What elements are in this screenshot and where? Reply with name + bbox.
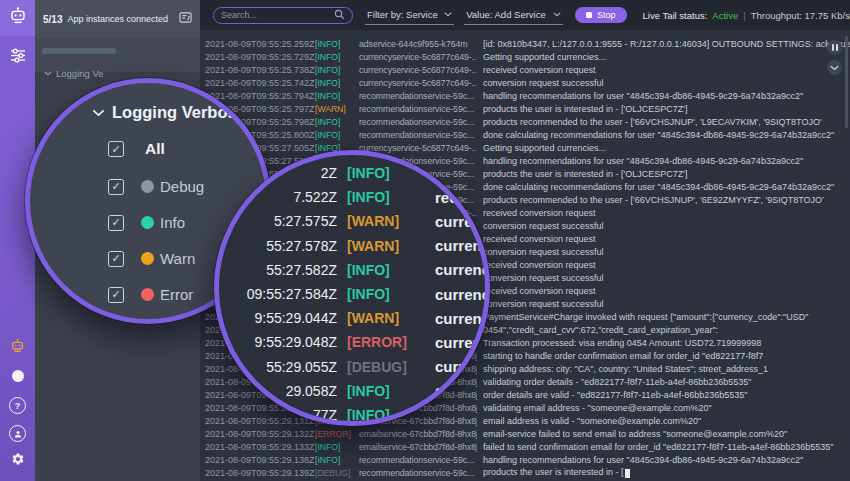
log-timestamp: 2021-08-09T09:55:29.131Z [205, 416, 315, 426]
magnified-service: currencyserv [435, 261, 490, 278]
chevron-down-icon [444, 12, 452, 17]
level-dot-icon [141, 180, 154, 193]
verbosity-item-info: ✓Info [108, 214, 185, 231]
scroll-to-bottom-button[interactable] [827, 60, 842, 75]
pause-icon [832, 44, 838, 51]
filter-by-dropdown[interactable]: Filter by: Service [365, 6, 454, 25]
live-tail-log-viewer: ? 5/13 App instances connected [0, 0, 850, 481]
orange-robot-icon [9, 338, 26, 359]
sidebar-item-logs[interactable] [0, 0, 35, 36]
checkbox[interactable]: ✓ [108, 215, 124, 231]
chevron-down-icon [830, 65, 839, 71]
checkbox[interactable]: ✓ [108, 251, 124, 267]
stop-square-icon [586, 12, 592, 18]
log-message: conversion request successful [477, 273, 850, 283]
sidebar-item-status[interactable] [0, 370, 35, 382]
gear-icon [11, 452, 25, 470]
checkbox[interactable]: ✓ [108, 141, 124, 157]
log-message: received conversion request [477, 208, 850, 218]
magnified-timestamp: 09:55:27.584Z [219, 286, 337, 302]
log-message: failed to send confirmation email for or… [477, 442, 850, 452]
instances-subtext [42, 48, 116, 54]
chevron-down-icon [44, 71, 52, 76]
log-timestamp: 2021-08-09T09:55:29.133Z [205, 442, 315, 452]
scrollbar-thumb[interactable] [845, 36, 848, 128]
magnified-log-row: 09:55:27.584Z[INFO]currencyserv [219, 282, 490, 306]
magnified-service: currencyser [435, 310, 490, 327]
log-message: received conversion request [477, 65, 850, 75]
sidebar-item-settings[interactable] [0, 452, 35, 470]
verbosity-item-all: ✓All [108, 140, 165, 158]
pause-scroll-button[interactable] [827, 40, 842, 55]
log-level: [DEBUG] [315, 468, 359, 478]
log-level: [INFO] [315, 130, 359, 140]
separator: | [743, 10, 745, 21]
magnified-timestamp: 5:27.575Z [219, 213, 337, 229]
log-timestamp: 2021-08-09T09:55:25.729Z [205, 52, 315, 62]
sidebar-item-account[interactable] [0, 425, 35, 442]
value-dropdown[interactable]: Value: Add Service [464, 6, 563, 25]
log-message: received conversion request [477, 260, 850, 270]
stop-button[interactable]: Stop [575, 7, 627, 23]
log-row: 2021-08-09T09:55:25.259Z[INFO]adservice-… [200, 37, 850, 50]
checkbox[interactable]: ✓ [108, 287, 124, 303]
magnified-level: [ERROR] [337, 334, 435, 350]
sidebar-item-filters[interactable] [0, 48, 35, 67]
log-message: conversion request successful [477, 221, 850, 231]
magnified-log-row: 55:29.055Z[DEBUG]currencys [219, 355, 490, 379]
sliders-icon [10, 48, 26, 67]
board-edit-icon[interactable] [179, 10, 192, 28]
robot-logo-icon [8, 6, 28, 31]
magnified-level: [INFO] [337, 262, 435, 278]
magnified-log-row: 9:55:29.044Z[WARN]currencyser [219, 306, 490, 330]
log-timestamp: 2021-08-09T09:55:25.259Z [205, 39, 315, 49]
sidebar-item-help[interactable]: ? [0, 397, 35, 414]
magnified-log-row: 9:55:29.048Z[ERROR]currencyse [219, 330, 490, 354]
log-message: Transaction processed: visa ending 0454 … [477, 338, 850, 348]
magnified-level: [DEBUG] [337, 359, 435, 375]
log-message: received conversion request [477, 286, 850, 296]
log-level: [INFO] [315, 39, 359, 49]
log-service: currencyservice-5c6877c649-... [359, 52, 477, 62]
magnified-service: currencyserv [435, 286, 490, 303]
search-input[interactable] [221, 10, 334, 20]
log-message: shipping address: city: "CA", country: "… [477, 364, 850, 374]
log-row: 2021-08-09T09:55:29.132Z[ERROR]emailserv… [200, 427, 850, 440]
log-message: [id: 0x810b4347, L:/127.0.0.1:9555 - R:/… [477, 39, 850, 49]
help-icon: ? [9, 397, 26, 414]
magnified-log-row: 55:27.578Z[WARN]currencyse [219, 234, 490, 258]
user-icon [9, 425, 26, 442]
live-tail-status: Live Tail status: Active | Throughput: 1… [643, 10, 850, 21]
stop-button-label: Stop [597, 10, 616, 20]
magnified-level: [INFO] [337, 286, 435, 302]
log-message: handling recommendations for user "4845c… [477, 455, 850, 465]
log-magnifier-circle: 2Z[INFO]7.522Z[INFO]recom5:27.575Z[WARN]… [214, 150, 490, 426]
verbosity-item-debug: ✓Debug [108, 178, 204, 195]
log-message: done calculating recommendations for use… [477, 130, 850, 140]
log-service: recommendationservice-59c... [359, 104, 477, 114]
checkbox[interactable]: ✓ [108, 179, 124, 195]
app-instances-header: 5/13 App instances connected [35, 0, 200, 38]
magnified-level: [WARN] [337, 310, 435, 326]
log-message: conversion request successful [477, 299, 850, 309]
magnified-level: [WARN] [337, 238, 435, 254]
log-message: PaymentService#Charge invoked with reque… [477, 312, 850, 322]
logging-verbosity-section-toggle[interactable]: Logging Ve [44, 68, 104, 79]
verbosity-item-error: ✓Error [108, 286, 193, 303]
log-row: 2021-08-09T09:55:29.139Z[DEBUG]recommend… [200, 466, 850, 479]
log-level: [INFO] [315, 78, 359, 88]
log-level: [INFO] [315, 65, 359, 75]
log-row: 2021-08-09T09:55:25.798Z[INFO]recommenda… [200, 115, 850, 128]
magnified-level: [WARN] [337, 213, 435, 229]
sidebar-item-bot[interactable] [0, 338, 35, 359]
log-level: [INFO] [315, 91, 359, 101]
verbosity-item-label: All [145, 140, 165, 158]
magnified-log-row: 5:27.575Z[WARN]currencys [219, 209, 490, 233]
log-message: order details are valid - "ed822177-f8f7… [477, 390, 850, 400]
throughput-value: Throughput: 17.75 Kb/s [751, 10, 850, 21]
log-service: recommendationservice-59c... [359, 468, 477, 478]
log-service: recommendationservice-59c... [359, 91, 477, 101]
log-timestamp: 2021-08-09T09:55:29.132Z [205, 429, 315, 439]
log-message: email-service failed to send email to ad… [477, 429, 850, 439]
log-row: 2021-08-09T09:55:25.794Z[INFO]recommenda… [200, 89, 850, 102]
